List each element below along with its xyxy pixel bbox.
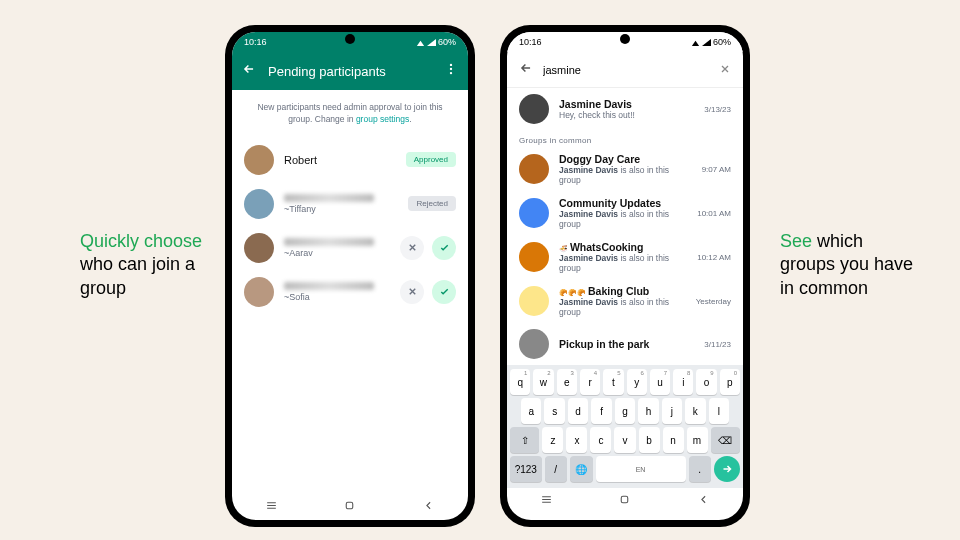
key-m[interactable]: m xyxy=(687,427,708,453)
key-enter[interactable] xyxy=(714,456,740,482)
contact-preview: Hey, check this out!! xyxy=(559,110,694,120)
key-u[interactable]: u7 xyxy=(650,369,670,395)
key-symbols[interactable]: ?123 xyxy=(510,456,542,482)
redacted-number xyxy=(284,238,374,246)
group-row[interactable]: Pickup in the park3/11/23 xyxy=(507,323,743,365)
key-globe[interactable]: 🌐 xyxy=(570,456,593,482)
status-rejected: Rejected xyxy=(408,196,456,211)
svg-point-0 xyxy=(450,64,452,66)
avatar xyxy=(519,242,549,272)
contact-time: 3/13/23 xyxy=(704,105,731,114)
avatar xyxy=(519,154,549,184)
key-z[interactable]: z xyxy=(542,427,563,453)
key-l[interactable]: l xyxy=(709,398,729,424)
participant-handle: ~Aarav xyxy=(284,248,390,258)
key-period[interactable]: . xyxy=(689,456,712,482)
status-icons: 60% xyxy=(691,37,731,47)
key-c[interactable]: c xyxy=(590,427,611,453)
group-row[interactable]: Community UpdatesJasmine Davis is also i… xyxy=(507,191,743,235)
phone-left: 10:16 60% Pending participants New parti… xyxy=(225,25,475,527)
key-a[interactable]: a xyxy=(521,398,541,424)
avatar xyxy=(519,94,549,124)
reject-button[interactable] xyxy=(400,236,424,260)
page-title: Pending participants xyxy=(268,64,432,79)
back-nav-icon[interactable] xyxy=(697,492,710,510)
key-f[interactable]: f xyxy=(591,398,611,424)
key-b[interactable]: b xyxy=(639,427,660,453)
key-r[interactable]: r4 xyxy=(580,369,600,395)
camera-cutout xyxy=(345,34,355,44)
recents-icon[interactable] xyxy=(540,492,553,510)
svg-point-1 xyxy=(450,68,452,70)
key-w[interactable]: w2 xyxy=(533,369,553,395)
svg-rect-10 xyxy=(622,496,629,503)
svg-point-2 xyxy=(450,72,452,74)
key-n[interactable]: n xyxy=(663,427,684,453)
search-input[interactable] xyxy=(543,64,709,76)
svg-rect-6 xyxy=(347,502,354,509)
status-approved: Approved xyxy=(406,152,456,167)
back-icon[interactable] xyxy=(519,61,533,79)
group-time: 10:01 AM xyxy=(697,209,731,218)
key-v[interactable]: v xyxy=(614,427,635,453)
section-header: Groups in common xyxy=(507,130,743,147)
key-k[interactable]: k xyxy=(685,398,705,424)
redacted-number xyxy=(284,194,374,202)
key-j[interactable]: j xyxy=(662,398,682,424)
home-icon[interactable] xyxy=(618,492,631,510)
avatar xyxy=(244,233,274,263)
back-icon[interactable] xyxy=(242,62,256,80)
group-subtext: Jasmine Davis is also in this group xyxy=(559,253,687,273)
key-s[interactable]: s xyxy=(544,398,564,424)
participant-row[interactable]: RobertApproved xyxy=(232,138,468,182)
key-q[interactable]: q1 xyxy=(510,369,530,395)
back-nav-icon[interactable] xyxy=(422,498,435,516)
key-e[interactable]: e3 xyxy=(557,369,577,395)
group-row[interactable]: 🍜 WhatsCookingJasmine Davis is also in t… xyxy=(507,235,743,279)
key-h[interactable]: h xyxy=(638,398,658,424)
key-t[interactable]: t5 xyxy=(603,369,623,395)
system-nav xyxy=(507,488,743,514)
avatar xyxy=(519,329,549,359)
caption-right: See which groups you have in common xyxy=(780,230,920,300)
home-icon[interactable] xyxy=(343,498,356,516)
group-time: 10:12 AM xyxy=(697,253,731,262)
approve-button[interactable] xyxy=(432,280,456,304)
participant-row[interactable]: ~TiffanyRejected xyxy=(232,182,468,226)
key-p[interactable]: p0 xyxy=(720,369,740,395)
key-o[interactable]: o9 xyxy=(696,369,716,395)
participant-handle: ~Tiffany xyxy=(284,204,398,214)
group-name: 🥐🥐🥐 Baking Club xyxy=(559,285,686,297)
key-shift[interactable]: ⇧ xyxy=(510,427,539,453)
group-time: Yesterday xyxy=(696,297,731,306)
group-row[interactable]: 🥐🥐🥐 Baking ClubJasmine Davis is also in … xyxy=(507,279,743,323)
key-g[interactable]: g xyxy=(615,398,635,424)
key-i[interactable]: i8 xyxy=(673,369,693,395)
key-slash[interactable]: / xyxy=(545,456,568,482)
status-icons: 60% xyxy=(416,37,456,47)
avatar xyxy=(519,198,549,228)
notice-banner: New participants need admin approval to … xyxy=(232,90,468,138)
key-backspace[interactable]: ⌫ xyxy=(711,427,740,453)
group-name: 🍜 WhatsCooking xyxy=(559,241,687,253)
clear-icon[interactable] xyxy=(719,61,731,79)
key-d[interactable]: d xyxy=(568,398,588,424)
approve-button[interactable] xyxy=(432,236,456,260)
key-space[interactable]: EN xyxy=(596,456,686,482)
search-bar xyxy=(507,52,743,88)
key-y[interactable]: y6 xyxy=(627,369,647,395)
recents-icon[interactable] xyxy=(265,498,278,516)
group-row[interactable]: Doggy Day CareJasmine Davis is also in t… xyxy=(507,147,743,191)
group-name: Community Updates xyxy=(559,197,687,209)
avatar xyxy=(244,145,274,175)
contact-row[interactable]: Jasmine Davis Hey, check this out!! 3/13… xyxy=(507,88,743,130)
participant-row[interactable]: ~Sofia xyxy=(232,270,468,314)
avatar xyxy=(244,189,274,219)
phone-right: 10:16 60% Jasmine Davis Hey, check this xyxy=(500,25,750,527)
more-icon[interactable] xyxy=(444,62,458,80)
key-x[interactable]: x xyxy=(566,427,587,453)
reject-button[interactable] xyxy=(400,280,424,304)
contact-name: Jasmine Davis xyxy=(559,98,694,110)
participant-row[interactable]: ~Aarav xyxy=(232,226,468,270)
group-settings-link[interactable]: group settings xyxy=(356,114,409,124)
